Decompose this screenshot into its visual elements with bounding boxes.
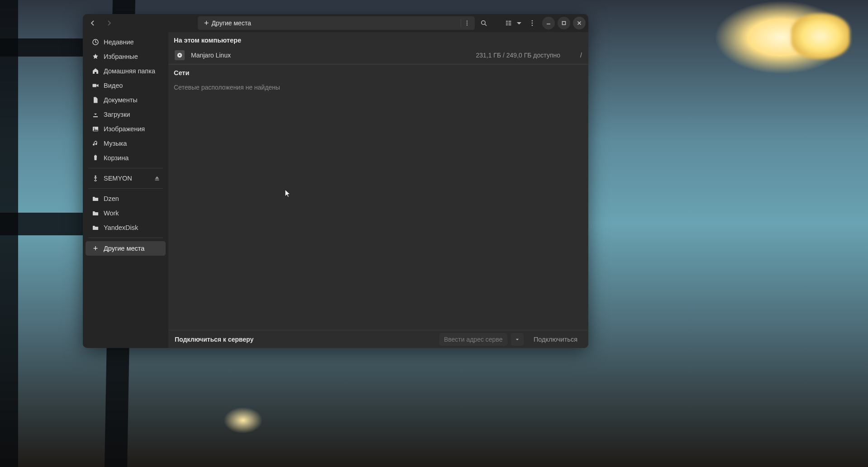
close-button[interactable] bbox=[573, 17, 586, 29]
svg-rect-4 bbox=[506, 21, 508, 22]
volume-capacity: 231,1 ГБ / 249,0 ГБ доступно bbox=[476, 52, 560, 59]
document-icon bbox=[92, 96, 99, 104]
svg-rect-15 bbox=[93, 84, 97, 87]
sidebar-item-label: Домашняя папка bbox=[104, 67, 160, 75]
svg-point-1 bbox=[467, 23, 467, 24]
hamburger-menu-button[interactable] bbox=[525, 17, 539, 29]
sidebar-item-bookmark-dzen[interactable]: Dzen bbox=[86, 192, 166, 205]
svg-rect-6 bbox=[506, 24, 508, 25]
sidebar-item-downloads[interactable]: Загрузки bbox=[86, 108, 166, 121]
plus-icon: + bbox=[204, 19, 209, 27]
music-icon bbox=[92, 140, 99, 147]
volume-name: Manjaro Linux bbox=[191, 52, 231, 59]
server-address-history-button[interactable] bbox=[511, 333, 524, 346]
sidebar-item-label: Dzen bbox=[104, 195, 160, 202]
home-icon bbox=[92, 67, 99, 75]
svg-point-0 bbox=[467, 20, 467, 21]
sidebar-item-bookmark-yandexdisk[interactable]: YandexDisk bbox=[86, 221, 166, 234]
maximize-button[interactable] bbox=[558, 17, 570, 29]
minimize-button[interactable] bbox=[542, 17, 555, 29]
path-bar[interactable]: + Другие места bbox=[198, 16, 475, 30]
view-options-button[interactable] bbox=[515, 17, 523, 29]
sidebar-item-label: SEMYON bbox=[104, 175, 149, 182]
sidebar: Недавние Избранные Домашняя папка Видео … bbox=[83, 32, 168, 348]
picture-icon bbox=[92, 125, 99, 133]
svg-point-19 bbox=[179, 55, 181, 56]
folder-icon bbox=[92, 224, 99, 231]
sidebar-item-label: Недавние bbox=[104, 38, 160, 46]
section-on-this-computer: На этом компьютере bbox=[168, 32, 588, 47]
svg-point-3 bbox=[482, 21, 485, 24]
trash-icon bbox=[92, 154, 99, 162]
volume-row-manjaro[interactable]: Manjaro Linux 231,1 ГБ / 249,0 ГБ доступ… bbox=[168, 47, 588, 64]
svg-point-11 bbox=[532, 23, 533, 24]
folder-icon bbox=[92, 195, 99, 202]
sidebar-item-label: Документы bbox=[104, 96, 160, 104]
sidebar-item-usb-device[interactable]: SEMYON bbox=[86, 172, 166, 185]
connect-to-server-bar: Подключиться к серверу Подключиться bbox=[168, 330, 588, 348]
body: Недавние Избранные Домашняя папка Видео … bbox=[83, 32, 588, 348]
sidebar-item-label: Загрузки bbox=[104, 111, 160, 118]
file-manager-window: + Другие места bbox=[83, 14, 588, 348]
path-bar-label: Другие места bbox=[212, 19, 251, 27]
sidebar-item-recent[interactable]: Недавние bbox=[86, 35, 166, 49]
sidebar-item-pictures[interactable]: Изображения bbox=[86, 122, 166, 136]
sidebar-item-label: Видео bbox=[104, 82, 160, 89]
search-button[interactable] bbox=[477, 17, 491, 29]
sidebar-item-label: Избранные bbox=[104, 53, 160, 60]
connect-button[interactable]: Подключиться bbox=[527, 333, 584, 346]
svg-point-2 bbox=[467, 24, 467, 25]
nav-back-button[interactable] bbox=[86, 17, 100, 29]
svg-rect-13 bbox=[563, 22, 566, 25]
view-mode-button[interactable] bbox=[504, 17, 513, 29]
sidebar-item-home[interactable]: Домашняя папка bbox=[86, 64, 166, 78]
sidebar-item-label: Work bbox=[104, 210, 160, 217]
sidebar-item-starred[interactable]: Избранные bbox=[86, 50, 166, 63]
sidebar-item-label: Музыка bbox=[104, 140, 160, 147]
sidebar-item-label: YandexDisk bbox=[104, 224, 160, 231]
volume-mountpoint: / bbox=[577, 52, 582, 59]
network-empty-message: Сетевые расположения не найдены bbox=[168, 79, 588, 95]
nav-forward-button[interactable] bbox=[102, 17, 116, 29]
sidebar-item-bookmark-work[interactable]: Work bbox=[86, 206, 166, 220]
pathbar-menu-button[interactable] bbox=[461, 20, 473, 26]
svg-rect-9 bbox=[509, 24, 511, 25]
sidebar-item-trash[interactable]: Корзина bbox=[86, 151, 166, 165]
sidebar-item-videos[interactable]: Видео bbox=[86, 79, 166, 92]
sidebar-item-other-locations[interactable]: + Другие места bbox=[86, 241, 166, 256]
plus-icon: + bbox=[92, 244, 99, 253]
svg-point-10 bbox=[532, 20, 533, 22]
main-content: На этом компьютере Manjaro Linux 231,1 Г… bbox=[168, 32, 588, 348]
folder-icon bbox=[92, 210, 99, 217]
svg-rect-7 bbox=[509, 21, 511, 22]
disk-icon bbox=[175, 50, 185, 60]
clock-icon bbox=[92, 38, 99, 46]
mouse-cursor bbox=[285, 189, 291, 198]
server-address-input[interactable] bbox=[439, 333, 507, 346]
sidebar-item-label: Изображения bbox=[104, 125, 160, 133]
sidebar-item-label: Корзина bbox=[104, 154, 160, 162]
svg-rect-5 bbox=[506, 23, 508, 24]
section-networks: Сети bbox=[168, 64, 588, 79]
sidebar-item-music[interactable]: Музыка bbox=[86, 137, 166, 150]
wallpaper-lamp bbox=[791, 14, 850, 59]
svg-rect-8 bbox=[509, 23, 511, 24]
eject-icon[interactable] bbox=[154, 175, 160, 181]
header-bar: + Другие места bbox=[83, 14, 588, 32]
sidebar-item-documents[interactable]: Документы bbox=[86, 93, 166, 107]
video-icon bbox=[92, 82, 99, 89]
connect-to-server-label: Подключиться к серверу bbox=[173, 336, 253, 343]
svg-point-17 bbox=[94, 128, 95, 129]
download-icon bbox=[92, 111, 99, 118]
usb-icon bbox=[92, 175, 99, 182]
star-icon bbox=[92, 53, 99, 60]
sidebar-item-label: Другие места bbox=[104, 245, 160, 252]
svg-point-12 bbox=[532, 25, 533, 26]
